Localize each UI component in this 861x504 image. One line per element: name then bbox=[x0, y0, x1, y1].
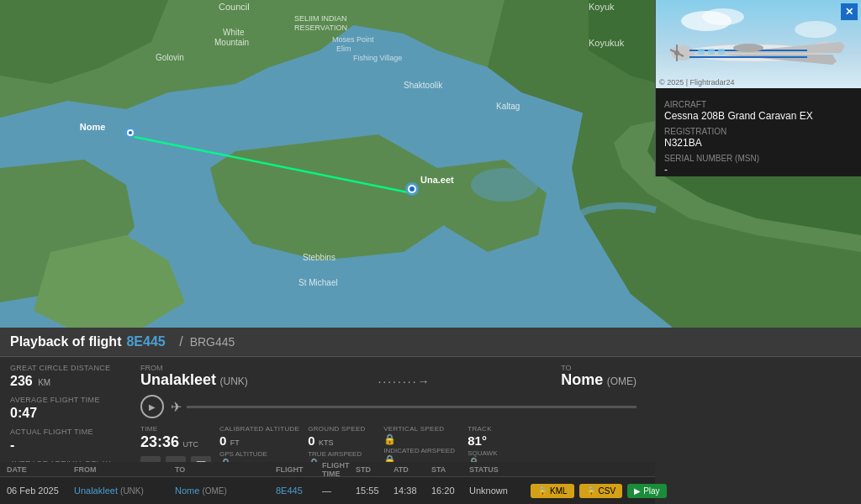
registration-label: REGISTRATION bbox=[664, 127, 853, 136]
route-dots: ········→ bbox=[378, 375, 430, 388]
td-to-name[interactable]: Nome bbox=[175, 486, 199, 496]
avg-flight-block: AVERAGE FLIGHT TIME 0:47 bbox=[10, 396, 124, 421]
td-to: Nome (OME) bbox=[175, 486, 276, 496]
td-to-code: (OME) bbox=[202, 486, 226, 496]
squawk-label: SQUAWK bbox=[467, 449, 526, 457]
gps-alt-label: GPS ALTITUDE bbox=[219, 450, 299, 458]
svg-text:Koyuk: Koyuk bbox=[589, 2, 615, 12]
td-from-code: (UNK) bbox=[120, 486, 144, 496]
playback-button[interactable]: ▶ Play bbox=[627, 484, 666, 498]
th-to: TO bbox=[175, 465, 276, 474]
header-slash: / bbox=[179, 334, 182, 349]
svg-rect-60 bbox=[698, 49, 705, 55]
aircraft-type-value: Cessna 208B Grand Caravan EX bbox=[664, 110, 853, 122]
td-atd: 14:38 bbox=[394, 486, 431, 496]
track-label: TRACK bbox=[467, 425, 526, 433]
bottom-panel: Playback of flight 8E445 / BRG445 GREAT … bbox=[0, 328, 861, 504]
svg-point-15 bbox=[471, 168, 538, 202]
track-value: 81° bbox=[467, 433, 526, 448]
cal-alt-value-row: 0 FT bbox=[219, 433, 299, 449]
great-circle-label: GREAT CIRCLE DISTANCE bbox=[10, 364, 124, 373]
origin-block: FROM Unalakleet (UNK) bbox=[140, 364, 248, 388]
play-button[interactable]: ▶ bbox=[140, 395, 164, 418]
cal-alt-unit: FT bbox=[230, 438, 240, 447]
time-label: TIME bbox=[140, 425, 211, 433]
th-flight-time: FLIGHT TIME bbox=[322, 461, 356, 478]
th-flight: FLIGHT bbox=[276, 465, 322, 474]
svg-text:St Michael: St Michael bbox=[298, 278, 338, 287]
td-date: 06 Feb 2025 bbox=[7, 486, 74, 496]
th-from: FROM bbox=[74, 465, 175, 474]
serial-label: SERIAL NUMBER (MSN) bbox=[664, 154, 853, 163]
csv-button[interactable]: 🔒 CSV bbox=[579, 484, 623, 498]
th-sta: STA bbox=[431, 465, 469, 474]
svg-text:Council: Council bbox=[219, 2, 250, 12]
origin-name-row: Unalakleet (UNK) bbox=[140, 372, 248, 388]
ground-speed-label: GROUND SPEED bbox=[308, 425, 375, 433]
registration-value: N321BA bbox=[664, 137, 853, 149]
dest-name-row: Nome (OME) bbox=[561, 372, 637, 388]
svg-text:Stebbins: Stebbins bbox=[303, 253, 335, 262]
header-separator bbox=[169, 334, 172, 349]
svg-text:RESERVATION: RESERVATION bbox=[294, 24, 347, 32]
table-container: DATE FROM TO FLIGHT FLIGHT TIME STD ATD … bbox=[0, 462, 655, 504]
svg-rect-61 bbox=[708, 49, 715, 55]
actual-flight-label: ACTUAL FLIGHT TIME bbox=[10, 428, 124, 437]
svg-text:Nome: Nome bbox=[80, 122, 106, 132]
time-value-row: 23:36 UTC bbox=[140, 433, 211, 451]
table-header: DATE FROM TO FLIGHT FLIGHT TIME STD ATD … bbox=[0, 462, 655, 477]
actual-flight-block: ACTUAL FLIGHT TIME - bbox=[10, 428, 124, 453]
table-row: 06 Feb 2025 Unalakleet (UNK) Nome (OME) … bbox=[0, 477, 655, 504]
time-value: 23:36 bbox=[140, 433, 179, 450]
td-from-name[interactable]: Unalakleet bbox=[74, 486, 118, 496]
svg-point-19 bbox=[409, 186, 415, 192]
th-date: DATE bbox=[7, 465, 74, 474]
svg-text:Koyukuk: Koyukuk bbox=[589, 38, 625, 48]
great-circle-block: GREAT CIRCLE DISTANCE 236 KM bbox=[10, 364, 124, 389]
vert-speed-label: VERTICAL SPEED bbox=[383, 425, 459, 433]
kml-button[interactable]: 🔒 KML bbox=[531, 484, 574, 498]
ground-speed-value: 0 bbox=[308, 433, 314, 448]
svg-text:Moses Point: Moses Point bbox=[332, 35, 374, 44]
svg-text:SELIIM INDIAN: SELIIM INDIAN bbox=[294, 14, 347, 23]
route-arrow: ········→ bbox=[248, 375, 561, 388]
route-info: FROM Unalakleet (UNK) ········→ TO Nome … bbox=[132, 364, 645, 472]
dest-code: (OME) bbox=[607, 375, 637, 387]
svg-point-22 bbox=[129, 131, 132, 134]
ground-speed-unit: KTS bbox=[319, 438, 334, 447]
avg-flight-value: 0:47 bbox=[10, 405, 124, 421]
aircraft-panel-spacer bbox=[645, 364, 851, 472]
dest-block: TO Nome (OME) bbox=[561, 364, 637, 388]
ground-speed-value-row: 0 KTS bbox=[308, 433, 375, 449]
main-info-row: GREAT CIRCLE DISTANCE 236 KM AVERAGE FLI… bbox=[0, 357, 861, 479]
svg-point-59 bbox=[733, 44, 763, 52]
td-flight-time: — bbox=[322, 486, 356, 496]
svg-text:Shaktoolik: Shaktoolik bbox=[404, 81, 443, 90]
svg-text:Golovin: Golovin bbox=[156, 53, 184, 62]
origin-code: (UNK) bbox=[220, 375, 248, 387]
svg-text:Una.eet: Una.eet bbox=[420, 175, 454, 185]
actual-flight-value: - bbox=[10, 437, 124, 453]
td-std: 15:55 bbox=[356, 486, 394, 496]
svg-text:Kaltag: Kaltag bbox=[496, 102, 520, 111]
avg-flight-label: AVERAGE FLIGHT TIME bbox=[10, 396, 124, 405]
svg-text:White: White bbox=[223, 28, 245, 37]
td-status: Unknown bbox=[469, 486, 531, 496]
time-unit: UTC bbox=[183, 440, 199, 449]
close-button[interactable]: ✕ bbox=[841, 3, 858, 20]
th-atd: ATD bbox=[394, 465, 431, 474]
vert-speed-lock-icon: 🔒 bbox=[383, 433, 459, 445]
svg-rect-62 bbox=[718, 49, 725, 55]
th-status: STATUS bbox=[469, 465, 648, 474]
cal-alt-label: CALIBRATED ALTITUDE bbox=[219, 425, 299, 433]
serial-value: - bbox=[664, 164, 853, 176]
panel-title: Playback of flight bbox=[10, 334, 121, 349]
origin-name: Unalakleet bbox=[140, 371, 216, 388]
th-std: STD bbox=[356, 465, 394, 474]
aircraft-image: ✕ © 2025 | Flightradar24 bbox=[656, 0, 861, 88]
table-actions: 🔒 KML 🔒 CSV ▶ Play bbox=[531, 484, 648, 498]
progress-bar[interactable] bbox=[187, 406, 637, 408]
td-flight[interactable]: 8E445 bbox=[276, 486, 322, 496]
route-header: FROM Unalakleet (UNK) ········→ TO Nome … bbox=[140, 364, 637, 388]
flight-number: 8E445 bbox=[126, 334, 165, 349]
